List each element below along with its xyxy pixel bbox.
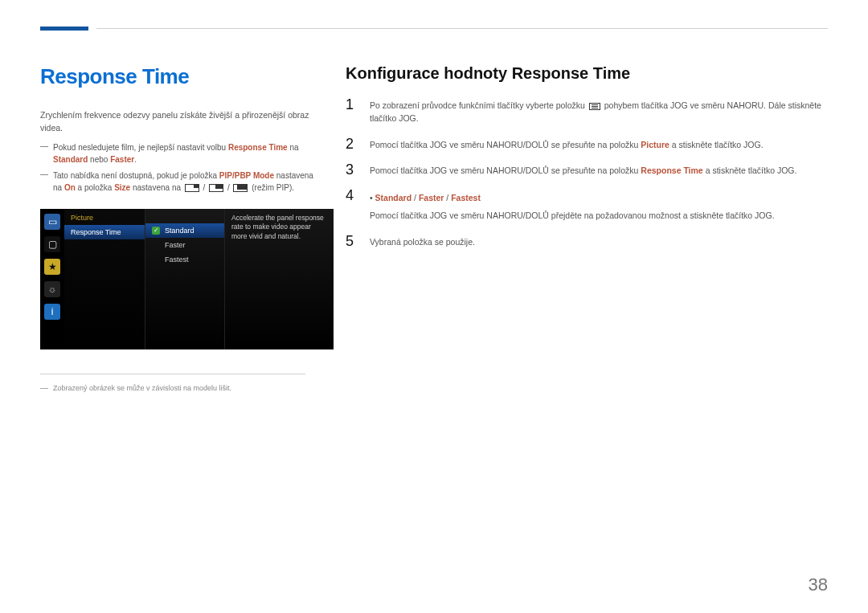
highlight-picture: Picture bbox=[641, 140, 669, 149]
highlight-faster: Faster bbox=[419, 193, 444, 202]
note-text: nastavena na bbox=[130, 183, 183, 192]
note-text: . bbox=[134, 155, 137, 164]
note-2: Tato nabídka není dostupná, pokud je pol… bbox=[40, 170, 321, 194]
osd-menu-column: Picture Response Time bbox=[64, 209, 145, 349]
highlight-standard: Standard bbox=[375, 193, 412, 202]
note-text: nebo bbox=[88, 155, 110, 164]
note-text: a položka bbox=[76, 183, 114, 192]
intro-paragraph: Zrychlením frekvence odezvy panelu získá… bbox=[40, 108, 321, 135]
osd-option-standard: ✓Standard bbox=[145, 223, 224, 238]
osd-icon-settings: ☼ bbox=[44, 281, 60, 297]
step-number: 1 bbox=[346, 97, 358, 125]
pip-size-small-icon bbox=[185, 184, 199, 192]
step-number: 3 bbox=[346, 162, 358, 177]
note-text: Pokud nesledujete film, je nejlepší nast… bbox=[53, 143, 228, 152]
step-1: 1 Po zobrazení průvodce funkčními tlačít… bbox=[346, 97, 828, 125]
highlight-response-time: Response Time bbox=[228, 143, 288, 152]
osd-icon-info: i bbox=[44, 304, 60, 320]
step-number: 5 bbox=[346, 234, 358, 248]
highlight-standard: Standard bbox=[53, 155, 88, 164]
osd-icon-picture: ▭ bbox=[44, 214, 60, 230]
footnote: Zobrazený obrázek se může v závislosti n… bbox=[40, 384, 321, 392]
osd-option-label: Faster bbox=[165, 241, 186, 249]
note-1: Pokud nesledujete film, je nejlepší nast… bbox=[40, 141, 321, 166]
highlight-fastest: Fastest bbox=[451, 193, 481, 202]
highlight-response-time: Response Time bbox=[641, 166, 702, 175]
step-2: 2 Pomocí tlačítka JOG ve směru NAHORU/DO… bbox=[346, 137, 828, 151]
section-title: Konfigurace hodnoty Response Time bbox=[346, 64, 828, 83]
options-bullet: Standard / Faster / Fastest bbox=[370, 191, 828, 204]
accent-bar bbox=[40, 27, 88, 31]
step-text: Pomocí tlačítka JOG ve směru NAHORU/DOLŮ… bbox=[370, 140, 641, 149]
step-number: 4 bbox=[346, 188, 358, 223]
step-text: Vybraná položka se použije. bbox=[370, 237, 475, 247]
step-text: a stiskněte tlačítko JOG. bbox=[703, 166, 797, 175]
osd-option-label: Standard bbox=[165, 227, 194, 235]
pip-size-large-icon bbox=[233, 184, 248, 192]
osd-options-column: ✓Standard ✓Faster ✓Fastest bbox=[145, 209, 225, 349]
pip-size-medium-icon bbox=[209, 184, 223, 192]
osd-icon-star: ★ bbox=[44, 259, 60, 275]
osd-option-label: Fastest bbox=[165, 255, 189, 264]
step-text: Pomocí tlačítka JOG ve směru NAHORU/DOLŮ… bbox=[370, 166, 641, 175]
menu-icon bbox=[589, 103, 600, 110]
note-text: (režim PIP). bbox=[252, 183, 294, 192]
footnote-rule bbox=[40, 374, 305, 374]
osd-option-faster: ✓Faster bbox=[145, 238, 224, 252]
note-text: na bbox=[288, 143, 299, 152]
step-number: 2 bbox=[346, 137, 358, 151]
highlight-on: On bbox=[64, 183, 76, 192]
step-text: a stiskněte tlačítko JOG. bbox=[669, 140, 764, 149]
osd-description: Accelerate the panel response rate to ma… bbox=[225, 209, 334, 349]
step-text: Po zobrazení průvodce funkčními tlačítky… bbox=[370, 100, 588, 110]
step-5: 5 Vybraná položka se použije. bbox=[346, 234, 828, 248]
highlight-pip-pbp: PIP/PBP Mode bbox=[219, 171, 274, 180]
page-number: 38 bbox=[809, 574, 828, 595]
step-text: Pomocí tlačítka JOG ve směru NAHORU/DOLŮ… bbox=[370, 210, 775, 220]
osd-option-fastest: ✓Fastest bbox=[145, 252, 224, 267]
step-3: 3 Pomocí tlačítka JOG ve směru NAHORU/DO… bbox=[346, 162, 828, 177]
header-rule bbox=[40, 16, 828, 40]
highlight-size: Size bbox=[114, 183, 130, 192]
highlight-faster: Faster bbox=[110, 155, 134, 164]
note-text: Tato nabídka není dostupná, pokud je pol… bbox=[53, 171, 219, 180]
osd-icon-screen: ▢ bbox=[44, 236, 60, 252]
osd-menu-title: Picture bbox=[64, 209, 145, 225]
osd-icon-column: ▭ ▢ ★ ☼ i bbox=[40, 209, 64, 349]
page-title: Response Time bbox=[40, 64, 321, 89]
check-icon: ✓ bbox=[152, 227, 160, 235]
osd-screenshot: ▭ ▢ ★ ☼ i Picture Response Time ✓Standar… bbox=[40, 209, 334, 349]
step-4: 4 Standard / Faster / Fastest Pomocí tla… bbox=[346, 188, 828, 223]
horizontal-rule bbox=[96, 28, 828, 29]
osd-menu-item: Response Time bbox=[64, 225, 145, 239]
